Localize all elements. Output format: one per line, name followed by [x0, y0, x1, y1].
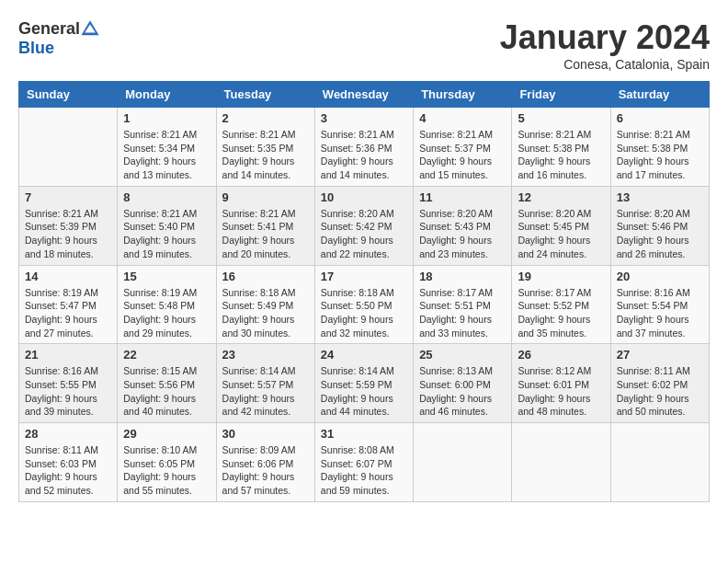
day-number: 6	[617, 111, 703, 125]
day-info: Sunrise: 8:16 AMSunset: 5:54 PMDaylight:…	[617, 286, 703, 340]
logo: GeneralBlue	[18, 18, 100, 58]
day-number: 20	[617, 270, 703, 283]
calendar-cell: 13Sunrise: 8:20 AMSunset: 5:46 PMDayligh…	[610, 186, 709, 265]
day-info: Sunrise: 8:21 AMSunset: 5:36 PMDaylight:…	[321, 128, 407, 182]
day-info: Sunrise: 8:21 AMSunset: 5:34 PMDaylight:…	[123, 128, 210, 182]
day-info: Sunrise: 8:12 AMSunset: 6:01 PMDaylight:…	[518, 364, 604, 419]
day-info: Sunrise: 8:08 AMSunset: 6:07 PMDaylight:…	[321, 443, 407, 498]
calendar-cell: 6Sunrise: 8:21 AMSunset: 5:38 PMDaylight…	[610, 108, 709, 187]
day-number: 23	[222, 348, 309, 362]
day-number: 3	[321, 111, 407, 125]
calendar-cell: 1Sunrise: 8:21 AMSunset: 5:34 PMDaylight…	[118, 108, 216, 187]
calendar-week-row: 1Sunrise: 8:21 AMSunset: 5:34 PMDaylight…	[19, 108, 710, 187]
calendar-cell: 15Sunrise: 8:19 AMSunset: 5:48 PMDayligh…	[118, 265, 216, 344]
calendar-cell: 10Sunrise: 8:20 AMSunset: 5:42 PMDayligh…	[314, 186, 413, 265]
calendar-cell	[610, 423, 709, 502]
calendar-cell	[414, 423, 512, 502]
day-number: 26	[518, 348, 604, 362]
day-number: 9	[222, 190, 309, 204]
month-title: January 2024	[500, 18, 710, 57]
day-info: Sunrise: 8:09 AMSunset: 6:06 PMDaylight:…	[222, 443, 309, 498]
day-info: Sunrise: 8:19 AMSunset: 5:48 PMDaylight:…	[123, 286, 210, 340]
day-info: Sunrise: 8:21 AMSunset: 5:40 PMDaylight:…	[123, 207, 210, 261]
calendar-week-row: 28Sunrise: 8:11 AMSunset: 6:03 PMDayligh…	[19, 423, 710, 502]
day-number: 29	[123, 427, 210, 441]
day-info: Sunrise: 8:13 AMSunset: 6:00 PMDaylight:…	[419, 364, 506, 419]
day-number: 4	[419, 111, 506, 125]
calendar-cell: 16Sunrise: 8:18 AMSunset: 5:49 PMDayligh…	[216, 265, 314, 344]
calendar-cell: 12Sunrise: 8:20 AMSunset: 5:45 PMDayligh…	[512, 186, 610, 265]
calendar-cell: 28Sunrise: 8:11 AMSunset: 6:03 PMDayligh…	[19, 423, 118, 502]
calendar-cell: 23Sunrise: 8:14 AMSunset: 5:57 PMDayligh…	[216, 344, 314, 423]
day-info: Sunrise: 8:14 AMSunset: 5:59 PMDaylight:…	[321, 364, 407, 419]
calendar-cell: 7Sunrise: 8:21 AMSunset: 5:39 PMDaylight…	[19, 186, 118, 265]
calendar-week-row: 21Sunrise: 8:16 AMSunset: 5:55 PMDayligh…	[19, 344, 710, 423]
day-number: 12	[518, 190, 604, 204]
day-info: Sunrise: 8:17 AMSunset: 5:52 PMDaylight:…	[518, 286, 604, 340]
calendar-header-row: SundayMondayTuesdayWednesdayThursdayFrid…	[19, 82, 710, 108]
day-info: Sunrise: 8:21 AMSunset: 5:41 PMDaylight:…	[222, 207, 309, 261]
day-info: Sunrise: 8:16 AMSunset: 5:55 PMDaylight:…	[25, 364, 111, 419]
day-info: Sunrise: 8:19 AMSunset: 5:47 PMDaylight:…	[25, 286, 111, 340]
logo-blue: Blue	[18, 39, 54, 58]
day-number: 15	[123, 270, 210, 283]
calendar-cell: 21Sunrise: 8:16 AMSunset: 5:55 PMDayligh…	[19, 344, 118, 423]
column-header-thursday: Thursday	[414, 82, 512, 108]
day-info: Sunrise: 8:14 AMSunset: 5:57 PMDaylight:…	[222, 364, 309, 419]
day-info: Sunrise: 8:20 AMSunset: 5:42 PMDaylight:…	[321, 207, 407, 261]
column-header-saturday: Saturday	[610, 82, 709, 108]
day-number: 24	[321, 348, 407, 362]
day-number: 22	[123, 348, 210, 362]
day-info: Sunrise: 8:18 AMSunset: 5:49 PMDaylight:…	[222, 286, 309, 340]
day-info: Sunrise: 8:20 AMSunset: 5:43 PMDaylight:…	[419, 207, 506, 261]
day-info: Sunrise: 8:10 AMSunset: 6:05 PMDaylight:…	[123, 443, 210, 498]
day-info: Sunrise: 8:17 AMSunset: 5:51 PMDaylight:…	[419, 286, 506, 340]
calendar-cell: 29Sunrise: 8:10 AMSunset: 6:05 PMDayligh…	[118, 423, 216, 502]
calendar-cell: 30Sunrise: 8:09 AMSunset: 6:06 PMDayligh…	[216, 423, 314, 502]
day-number: 10	[321, 190, 407, 204]
day-number: 14	[25, 270, 111, 283]
column-header-sunday: Sunday	[19, 82, 118, 108]
day-info: Sunrise: 8:21 AMSunset: 5:38 PMDaylight:…	[518, 128, 604, 182]
day-info: Sunrise: 8:11 AMSunset: 6:03 PMDaylight:…	[25, 443, 111, 498]
day-number: 13	[617, 190, 703, 204]
calendar-week-row: 7Sunrise: 8:21 AMSunset: 5:39 PMDaylight…	[19, 186, 710, 265]
calendar-cell: 3Sunrise: 8:21 AMSunset: 5:36 PMDaylight…	[314, 108, 413, 187]
day-info: Sunrise: 8:15 AMSunset: 5:56 PMDaylight:…	[123, 364, 210, 419]
column-header-friday: Friday	[512, 82, 610, 108]
day-number: 16	[222, 270, 309, 283]
calendar-cell: 18Sunrise: 8:17 AMSunset: 5:51 PMDayligh…	[414, 265, 512, 344]
calendar-week-row: 14Sunrise: 8:19 AMSunset: 5:47 PMDayligh…	[19, 265, 710, 344]
calendar-cell: 27Sunrise: 8:11 AMSunset: 6:02 PMDayligh…	[610, 344, 709, 423]
day-info: Sunrise: 8:20 AMSunset: 5:45 PMDaylight:…	[518, 207, 604, 261]
location: Conesa, Catalonia, Spain	[500, 57, 710, 72]
day-info: Sunrise: 8:21 AMSunset: 5:38 PMDaylight:…	[617, 128, 703, 182]
day-number: 1	[123, 111, 210, 125]
day-number: 30	[222, 427, 309, 441]
day-info: Sunrise: 8:21 AMSunset: 5:39 PMDaylight:…	[25, 207, 111, 261]
column-header-monday: Monday	[118, 82, 216, 108]
day-info: Sunrise: 8:11 AMSunset: 6:02 PMDaylight:…	[617, 364, 703, 419]
day-number: 28	[25, 427, 111, 441]
day-info: Sunrise: 8:18 AMSunset: 5:50 PMDaylight:…	[321, 286, 407, 340]
calendar-cell: 24Sunrise: 8:14 AMSunset: 5:59 PMDayligh…	[314, 344, 413, 423]
calendar-cell	[512, 423, 610, 502]
calendar-table: SundayMondayTuesdayWednesdayThursdayFrid…	[18, 81, 710, 502]
calendar-cell: 11Sunrise: 8:20 AMSunset: 5:43 PMDayligh…	[414, 186, 512, 265]
day-info: Sunrise: 8:21 AMSunset: 5:37 PMDaylight:…	[419, 128, 506, 182]
calendar-cell: 8Sunrise: 8:21 AMSunset: 5:40 PMDaylight…	[118, 186, 216, 265]
column-header-wednesday: Wednesday	[314, 82, 413, 108]
day-number: 21	[25, 348, 111, 362]
day-number: 19	[518, 270, 604, 283]
calendar-cell: 5Sunrise: 8:21 AMSunset: 5:38 PMDaylight…	[512, 108, 610, 187]
calendar-cell	[19, 108, 118, 187]
calendar-cell: 22Sunrise: 8:15 AMSunset: 5:56 PMDayligh…	[118, 344, 216, 423]
day-number: 2	[222, 111, 309, 125]
calendar-cell: 2Sunrise: 8:21 AMSunset: 5:35 PMDaylight…	[216, 108, 314, 187]
day-number: 25	[419, 348, 506, 362]
day-number: 7	[25, 190, 111, 204]
day-number: 8	[123, 190, 210, 204]
page-header: GeneralBlue January 2024 Conesa, Catalon…	[18, 18, 710, 72]
day-number: 17	[321, 270, 407, 283]
calendar-cell: 19Sunrise: 8:17 AMSunset: 5:52 PMDayligh…	[512, 265, 610, 344]
